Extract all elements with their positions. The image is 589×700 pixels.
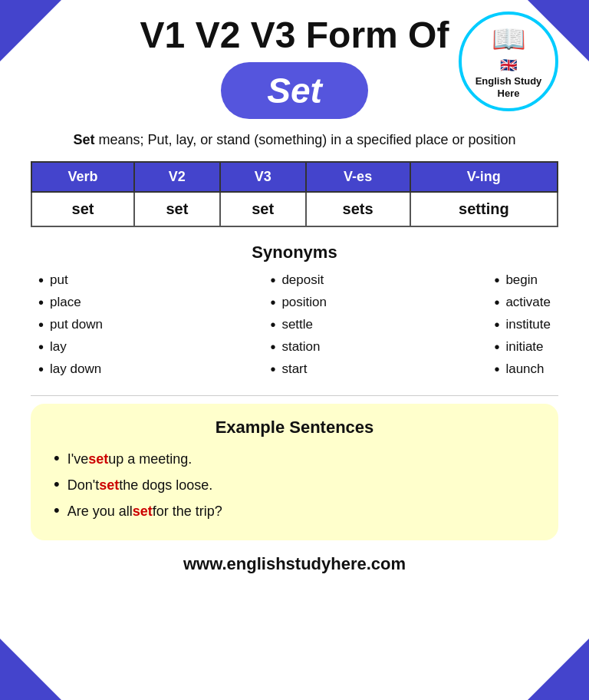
table-header-row: Verb V2 V3 V-es V-ing [31,162,558,192]
sentence-word: set [133,504,153,520]
col-header-ves: V-es [306,162,410,192]
synonym-item: initiate [494,338,551,356]
logo-text: English StudyHere [475,75,542,99]
synonym-item: position [270,294,327,312]
cell-v3: set [220,192,306,226]
col-header-ving: V-ing [410,162,558,192]
example-sentence-2: Don't set the dogs loose. [54,474,535,494]
example-sentence-3: Are you all set for the trip? [54,500,535,520]
cell-v2: set [134,192,220,226]
synonyms-col-3: begin activate institute initiate launch [494,272,551,383]
corner-bottom-left [0,639,61,700]
logo-book-icon: 📖 [492,23,526,55]
examples-title: Example Sentences [54,418,535,438]
cell-verb: set [31,192,134,226]
sentence-before: Don't [67,477,99,494]
synonym-item: begin [494,272,551,289]
cell-ves: sets [306,192,410,226]
verb-table: Verb V2 V3 V-es V-ing set set set sets s… [31,161,558,227]
header: V1 V2 V3 Form Of Set 📖 🇬🇧 English StudyH… [31,15,558,119]
sentence-word: set [99,477,119,494]
synonym-item: put down [38,316,103,334]
sentence-before: I've [67,451,88,467]
table-data-row: set set set sets setting [31,192,558,226]
col-header-v3: V3 [220,162,306,192]
synonym-item: lay down [38,361,103,378]
sentence-after: the dogs loose. [119,477,212,494]
sentence-word: set [88,451,108,467]
divider [31,395,558,396]
synonym-item: settle [270,316,327,334]
word-oval-text: Set [267,71,322,111]
logo-circle: 📖 🇬🇧 English StudyHere [459,12,558,111]
sentence-after: for the trip? [153,504,222,520]
word-oval: Set [221,62,368,119]
synonym-item: lay [38,338,103,356]
synonym-item: activate [494,294,551,312]
footer-url: www.englishstudyhere.com [31,554,558,574]
sentence-before: Are you all [67,504,133,520]
synonym-item: place [38,294,103,312]
synonyms-col-2: deposit position settle station start [270,272,327,383]
synonym-item: launch [494,361,551,378]
col-header-v2: V2 [134,162,220,192]
synonyms-col-1: put place put down lay lay down [38,272,103,383]
synonym-item: start [270,361,327,378]
synonym-item: deposit [270,272,327,289]
corner-bottom-right [528,639,589,700]
cell-ving: setting [410,192,558,226]
example-sentence-1: I've set up a meeting. [54,448,535,468]
logo-flag-icon: 🇬🇧 [500,57,517,74]
definition-text: means; Put, lay, or stand (something) in… [95,132,516,147]
definition: Set means; Put, lay, or stand (something… [31,130,558,150]
synonyms-section: Synonyms put place put down lay lay down… [31,243,558,383]
synonym-item: institute [494,316,551,334]
synonym-item: put [38,272,103,289]
sentence-after: up a meeting. [108,451,192,467]
col-header-verb: Verb [31,162,134,192]
examples-list: I've set up a meeting. Don't set the dog… [54,448,535,520]
examples-section: Example Sentences I've set up a meeting.… [31,404,558,540]
synonyms-title: Synonyms [31,243,558,262]
synonyms-grid: put place put down lay lay down deposit … [31,272,558,383]
synonym-item: station [270,338,327,356]
definition-word: Set [74,132,95,147]
